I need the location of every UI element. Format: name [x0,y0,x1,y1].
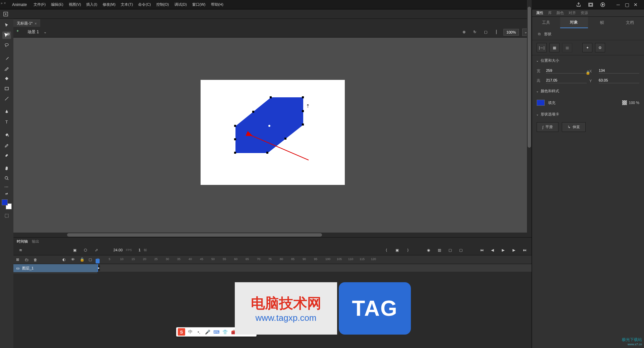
layer-name[interactable]: 图层_1 [22,266,34,271]
rotate-view-icon[interactable]: ↻ [471,29,479,36]
insert-frame-icon[interactable]: ▢ [446,246,454,254]
document-tab[interactable]: 无标题-1* × [13,19,40,27]
menu-insert[interactable]: 插入(I) [84,1,100,8]
menu-file[interactable]: 文件(F) [31,1,48,8]
fill-color-swatch[interactable] [2,199,8,205]
ime-lang[interactable]: 中 [186,328,194,336]
tab-properties[interactable]: 属性 [536,10,543,15]
selection-tool[interactable] [2,21,11,29]
paint-bucket-tool[interactable] [2,131,11,139]
tab-assets[interactable]: 资源 [581,10,588,15]
pencil-tool[interactable] [2,65,11,72]
ungroup-icon[interactable]: ▦ [562,43,572,52]
timeline-ruler[interactable]: 1510152025303540455055606570758085909510… [97,255,532,264]
transform-handle[interactable] [234,138,236,140]
outline-icon[interactable]: ▢ [89,257,95,262]
menu-control[interactable]: 控制(O) [154,1,172,8]
menu-window[interactable]: 窗口(W) [190,1,208,8]
playhead[interactable] [97,264,98,272]
fill-swatch[interactable] [537,100,545,106]
menu-command[interactable]: 命令(C) [136,1,153,8]
lock-aspect-icon[interactable]: 🔒 [586,70,590,75]
x-value[interactable]: 134 [599,68,639,73]
play-icon[interactable] [599,1,606,8]
hand-tool[interactable] [2,164,11,172]
menu-help[interactable]: 帮助(H) [208,1,226,8]
delete-layer-icon[interactable]: 🗑 [34,258,40,262]
section-shape-options[interactable]: ⌄ 形状选项卡 [532,109,644,119]
transform-handle[interactable] [266,152,268,154]
flip-horizontal-icon[interactable]: |↔| [537,43,547,52]
maximize-icon[interactable]: ▢ [623,1,631,8]
play-icon[interactable]: ▶ [499,246,507,254]
goto-end-icon[interactable]: ⏭ [521,246,528,254]
lock-icon[interactable]: 🔒 [80,257,86,262]
section-position-size[interactable]: ⌄ 位置和大小 [532,55,644,66]
prev-frame-icon[interactable]: ⟨ [383,246,390,254]
insert-keyframe-icon[interactable]: ▣ [393,246,401,254]
layers-icon[interactable]: ≋ [17,246,24,254]
swap-colors-icon[interactable]: ⇄ [5,192,8,195]
minimize-icon[interactable]: ─ [614,1,623,8]
ime-skin-icon[interactable]: 👕 [221,328,229,336]
subtab-document[interactable]: 文档 [616,17,644,28]
loop-icon[interactable]: ◉ [425,246,432,254]
paint-brush-tool[interactable] [2,75,11,82]
current-frame[interactable]: 1 [139,248,141,252]
stage[interactable]: ⇡ [201,80,345,185]
convert-icon[interactable]: ⚙ [595,43,605,52]
transform-handle[interactable] [234,152,236,154]
tab-color[interactable]: 颜色 [556,10,564,15]
selected-shape[interactable] [234,97,304,153]
rectangle-tool[interactable] [2,85,11,92]
section-color-style[interactable]: ⌄ 颜色和样式 [532,86,644,96]
clip-icon[interactable]: ▢ [482,29,489,36]
frames-area[interactable]: 1510152025303540455055606570758085909510… [97,255,532,274]
zoom-tool[interactable] [2,175,11,182]
scene-name[interactable]: 场景 1 [28,29,39,35]
share-icon[interactable] [575,1,582,8]
ime-voice-icon[interactable]: 🎤 [204,328,211,336]
zoom-value[interactable]: 100% [503,29,519,36]
height-value[interactable]: 217.05 [546,78,587,83]
flip-vertical-icon[interactable]: ▦ [549,43,559,52]
camera-icon[interactable]: ▣ [71,246,78,254]
scene-icon[interactable]: ✦ [16,29,23,36]
menu-edit[interactable]: 编辑(E) [48,1,66,8]
ime-keyboard-icon[interactable]: ⌨ [213,328,220,336]
add-folder-icon[interactable]: 🗀 [25,258,31,262]
home-icon[interactable] [2,10,9,18]
pen-tool[interactable] [2,108,11,115]
transform-handle[interactable] [302,110,304,112]
menu-view[interactable]: 视图(V) [66,1,84,8]
transform-handle[interactable] [302,123,304,126]
fill-opacity[interactable]: 100 % [629,101,639,105]
layer-depth-icon[interactable]: ⬡ [82,246,89,254]
opacity-icon[interactable] [622,100,627,105]
menu-text[interactable]: 文本(T) [118,1,136,8]
center-stage-icon[interactable]: ⊕ [461,29,468,36]
tab-align[interactable]: 对齐 [569,10,576,15]
goto-start-icon[interactable]: ⏮ [478,246,485,254]
straighten-button[interactable]: ↳伸直 [562,122,586,132]
add-layer-icon[interactable]: ⊞ [16,257,22,262]
brush-tool[interactable] [2,55,11,62]
smooth-button[interactable]: ∫平滑 [537,122,558,132]
subtab-frame[interactable]: 帧 [588,17,616,28]
eyedropper-tool[interactable] [2,141,11,149]
menu-modify[interactable]: 修改(M) [100,1,118,8]
transform-handle[interactable] [234,125,236,127]
tab-output[interactable]: 输出 [32,239,39,244]
fps-value[interactable]: 24.00 [113,248,123,252]
y-value[interactable]: 63.05 [599,78,639,83]
eraser-tool[interactable] [2,151,11,159]
frame-track[interactable] [97,264,532,272]
more-tools-icon[interactable]: ⋯ [4,185,9,189]
free-transform-tool[interactable] [2,32,11,39]
tab-timeline[interactable]: 时间轴 [17,239,28,244]
close-icon[interactable]: ✕ [631,1,640,8]
transform-handle[interactable] [252,111,254,113]
text-tool[interactable]: T [2,118,11,126]
step-forward-icon[interactable]: ▶ [510,246,518,254]
onion-skin-icon[interactable]: ▥ [436,246,443,254]
